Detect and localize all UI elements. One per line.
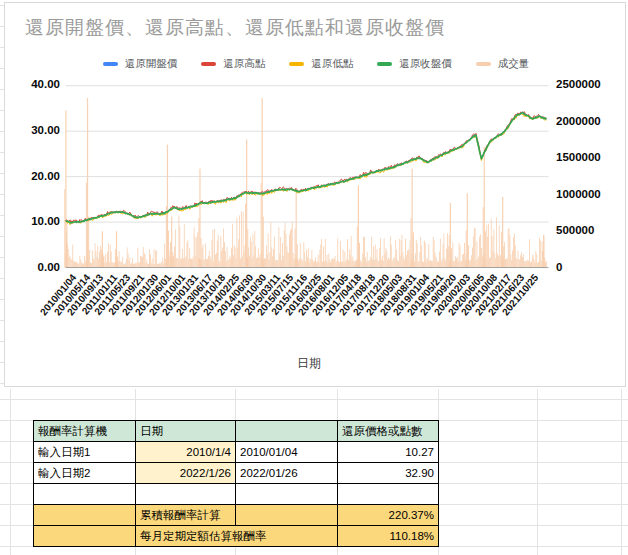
legend-swatch-icon — [103, 62, 118, 66]
right-axis-tick: 0 — [556, 261, 626, 273]
cell-r4c2[interactable] — [136, 484, 236, 505]
cell-r6c3[interactable]: 110.18% — [338, 526, 439, 547]
legend-swatch-icon — [201, 62, 216, 66]
cell-r6c2[interactable]: 每月定期定額估算報酬率 — [136, 526, 338, 547]
legend-item-label: 成交量 — [498, 57, 530, 71]
right-axis-tick: 1000000 — [556, 188, 626, 200]
legend-item[interactable]: 還原開盤價 — [103, 57, 178, 71]
cell-r3c3[interactable]: 2022/01/26 — [236, 463, 338, 484]
table-row — [34, 484, 439, 505]
legend-item[interactable]: 還原低點 — [289, 57, 353, 71]
left-axis-tick: 30.00 — [8, 124, 60, 136]
x-axis-title: 日期 — [66, 355, 552, 372]
legend-item-label: 還原高點 — [223, 57, 265, 71]
legend-swatch-icon — [476, 62, 491, 66]
left-axis-tick: 40.00 — [8, 78, 60, 90]
chart-title: 還原開盤價、還原高點、還原低點和還原收盤價 — [25, 15, 445, 41]
left-axis-tick: 10.00 — [8, 215, 60, 227]
cell-r4c1[interactable] — [34, 484, 136, 505]
legend-item-label: 還原低點 — [311, 57, 353, 71]
right-axis-tick: 2500000 — [556, 78, 626, 90]
right-axis-tick: 2000000 — [556, 115, 626, 127]
chart-legend: 還原開盤價還原高點還原低點還原收盤價成交量 — [4, 57, 628, 71]
legend-item-label: 還原收盤價 — [399, 57, 452, 71]
legend-item-label: 還原開盤價 — [125, 57, 178, 71]
cell-r2c4[interactable]: 10.27 — [338, 442, 439, 463]
cell-r4c4[interactable] — [338, 484, 439, 505]
cell-r5c4[interactable]: 220.37% — [338, 505, 439, 526]
legend-item[interactable]: 還原高點 — [201, 57, 265, 71]
cell-r1c4[interactable]: 還原價格或點數 — [338, 421, 439, 442]
table-row: 輸入日期22022/1/262022/01/2632.90 — [34, 463, 439, 484]
cell-r3c2[interactable]: 2022/1/26 — [136, 463, 236, 484]
cell-r1c3[interactable] — [236, 421, 338, 442]
return-calculator-table: 報酬率計算機日期還原價格或點數輸入日期12010/1/42010/01/0410… — [33, 420, 439, 547]
cell-r4c3[interactable] — [236, 484, 338, 505]
cell-r3c4[interactable]: 32.90 — [338, 463, 439, 484]
cell-r3c1[interactable]: 輸入日期2 — [34, 463, 136, 484]
legend-item[interactable]: 還原收盤價 — [377, 57, 452, 71]
legend-item[interactable]: 成交量 — [476, 57, 530, 71]
sheet-col-line — [537, 389, 538, 555]
table-row: 輸入日期12010/1/42010/01/0410.27 — [34, 442, 439, 463]
cell-r2c3[interactable]: 2010/01/04 — [236, 442, 338, 463]
cell-r5c2[interactable]: 累積報酬率計算 — [136, 505, 236, 526]
table-row: 累積報酬率計算220.37% — [34, 505, 439, 526]
cell-r6c1[interactable] — [34, 526, 136, 547]
spreadsheet-screen: 還原開盤價、還原高點、還原低點和還原收盤價 還原開盤價還原高點還原低點還原收盤價… — [0, 0, 628, 555]
left-axis-tick: 0.00 — [8, 261, 60, 273]
right-axis-tick: 1500000 — [556, 151, 626, 163]
table-row: 每月定期定額估算報酬率110.18% — [34, 526, 439, 547]
sheet-row-line — [0, 399, 628, 400]
cell-r2c1[interactable]: 輸入日期1 — [34, 442, 136, 463]
cell-r5c3[interactable] — [236, 505, 338, 526]
left-axis-tick: 20.00 — [8, 170, 60, 182]
legend-swatch-icon — [289, 62, 304, 66]
cell-r2c2[interactable]: 2010/1/4 — [136, 442, 236, 463]
sheet-col-line — [621, 389, 622, 555]
right-axis-tick: 500000 — [556, 224, 626, 236]
table-row: 報酬率計算機日期還原價格或點數 — [34, 421, 439, 442]
cell-r5c1[interactable] — [34, 505, 136, 526]
cell-r1c1[interactable]: 報酬率計算機 — [34, 421, 136, 442]
legend-swatch-icon — [377, 62, 392, 66]
cell-r1c2[interactable]: 日期 — [136, 421, 236, 442]
sheet-col-line — [10, 389, 11, 555]
